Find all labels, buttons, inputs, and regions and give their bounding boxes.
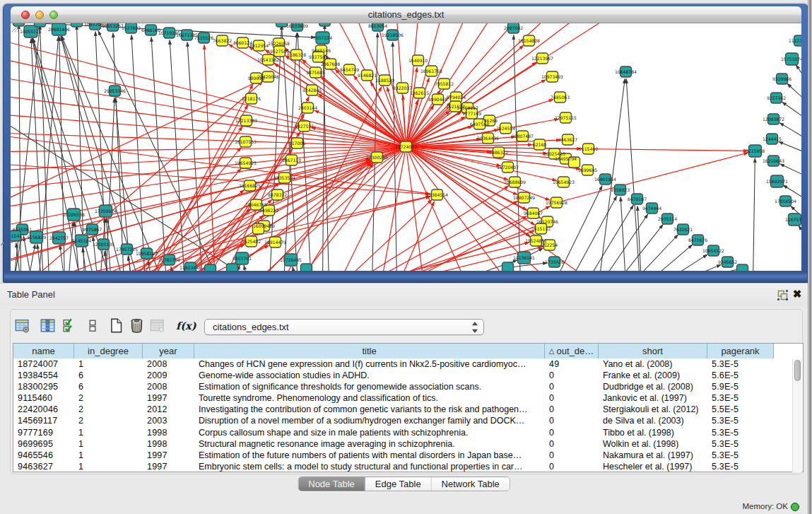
tab-network-table[interactable]: Network Table xyxy=(432,477,510,491)
graph-node[interactable] xyxy=(301,264,312,271)
resize-grip-icon[interactable] xyxy=(11,23,20,33)
node-label: 14569117 xyxy=(457,105,478,110)
float-panel-icon[interactable] xyxy=(777,290,788,300)
citation-edge-black[interactable] xyxy=(753,158,755,271)
table-row[interactable]: 911546021997Tourette syndrome. Phenomeno… xyxy=(13,392,803,404)
graph-node[interactable] xyxy=(35,23,46,27)
citation-edge[interactable] xyxy=(11,147,401,152)
citation-edge-black[interactable] xyxy=(663,255,708,271)
citation-edge-black[interactable] xyxy=(779,123,801,139)
row-height-button[interactable] xyxy=(88,318,97,333)
graph-node[interactable] xyxy=(227,264,238,271)
citation-edge-black[interactable] xyxy=(626,78,640,271)
citation-edge-black[interactable] xyxy=(244,265,249,271)
node-label: 19166825 xyxy=(239,183,261,188)
table-row[interactable]: 1938455462009Genome-wide association stu… xyxy=(13,370,803,381)
column-header-out_degree[interactable]: △out_de… xyxy=(545,344,599,358)
cell-in_degree: 6 xyxy=(74,381,143,392)
node-label: 15720407 xyxy=(497,165,519,170)
node-label: 12093872 xyxy=(763,117,784,122)
table-row[interactable]: 1872400712008Changes of HCN gene express… xyxy=(13,358,803,370)
citation-edge-black[interactable] xyxy=(293,267,297,271)
citation-edge-black[interactable] xyxy=(799,226,801,238)
graph-node[interactable] xyxy=(502,262,514,271)
node-label: 5498222 xyxy=(259,208,278,213)
citation-edge-black[interactable] xyxy=(61,36,140,271)
citation-edge-black[interactable] xyxy=(779,141,801,153)
column-header-short[interactable]: short xyxy=(599,344,707,358)
graph-node[interactable] xyxy=(71,23,83,27)
citation-edge-black[interactable] xyxy=(570,196,617,271)
citation-edge-black[interactable] xyxy=(782,102,801,119)
table-row[interactable]: 977716911998Corpus callosum shape and si… xyxy=(13,427,803,438)
network-window[interactable]: citations_edges.txt 14055721206914061093… xyxy=(3,4,808,283)
node-label: 16210643 xyxy=(763,158,784,163)
node-label: 16107553 xyxy=(235,139,257,144)
table-row[interactable]: 1456911722003Disruption of a novel membe… xyxy=(13,415,803,426)
citation-edge-black[interactable] xyxy=(587,205,634,271)
graph-node[interactable] xyxy=(205,264,216,271)
citation-edge[interactable] xyxy=(11,148,401,243)
citation-edge[interactable] xyxy=(321,77,401,144)
citation-edge[interactable] xyxy=(397,23,406,141)
citation-edge-black[interactable] xyxy=(131,35,145,271)
show-columns-button[interactable] xyxy=(40,318,55,333)
node-label: 6794024 xyxy=(447,95,466,100)
citation-edge[interactable] xyxy=(353,186,510,271)
column-header-pagerank[interactable]: pagerank xyxy=(707,344,774,358)
node-label: 11923448 xyxy=(180,265,201,270)
citation-edge-black[interactable] xyxy=(647,245,693,271)
citation-edge-black[interactable] xyxy=(787,83,801,101)
network-canvas[interactable]: 1405572120691406109370491065326715276026… xyxy=(11,23,801,271)
tab-edge-table[interactable]: Edge Table xyxy=(365,477,432,491)
citation-edge[interactable] xyxy=(411,136,515,146)
scrollbar-thumb[interactable] xyxy=(794,360,801,381)
citation-edge[interactable] xyxy=(11,148,401,207)
close-panel-icon[interactable]: ✖ xyxy=(792,288,803,300)
node-label: 9465546 xyxy=(312,48,331,53)
citation-edge-black[interactable] xyxy=(98,31,220,271)
table-row[interactable]: 2242004622012Investigating the contribut… xyxy=(13,404,803,415)
citation-edge-black[interactable] xyxy=(780,164,801,177)
citation-edge[interactable] xyxy=(562,153,748,201)
citation-edge-black[interactable] xyxy=(796,65,801,81)
delete-table-button[interactable] xyxy=(129,318,144,333)
column-header-year[interactable]: year xyxy=(143,344,194,358)
node-label: 17359924 xyxy=(95,209,117,214)
citation-edge-black[interactable] xyxy=(620,197,625,271)
graph-node[interactable] xyxy=(737,264,748,271)
table-row[interactable]: 946554611997Estimation of the future num… xyxy=(13,450,803,461)
column-header-name[interactable]: name xyxy=(13,344,74,358)
table-row[interactable]: 1830029562008Estimation of significance … xyxy=(13,381,803,392)
node-label: 9777169 xyxy=(462,111,481,116)
table-panel-header: Table Panel ✖ xyxy=(0,283,808,306)
node-label: 15692971 xyxy=(766,179,788,184)
network-window-titlebar[interactable]: citations_edges.txt xyxy=(11,6,801,23)
table-scrollbar[interactable] xyxy=(792,359,802,472)
cell-out_degree: 0 xyxy=(545,381,599,392)
node-label: 7515526 xyxy=(194,35,213,40)
node-label: 9115460 xyxy=(579,146,598,151)
function-builder-button[interactable]: f(x) xyxy=(176,318,194,333)
node-label: 10648784 xyxy=(615,69,637,74)
citation-edge-black[interactable] xyxy=(151,37,166,271)
new-file-button[interactable] xyxy=(109,318,124,333)
table-row[interactable]: 969969511998Structural magnetic resonanc… xyxy=(13,438,803,450)
cell-short: Dudbridge et al. (2008) xyxy=(599,381,707,392)
node-label: 15751074 xyxy=(781,57,801,62)
tab-node-table[interactable]: Node Table xyxy=(298,477,365,491)
node-label: 16120746 xyxy=(536,219,558,224)
column-header-in_degree[interactable]: in_degree xyxy=(74,344,143,358)
column-header-title[interactable]: title xyxy=(194,344,545,358)
node-label: 15495794 xyxy=(555,156,577,161)
table-header-row: namein_degreeyeartitle△out_de…shortpager… xyxy=(13,344,803,358)
select-rows-button[interactable] xyxy=(62,318,76,333)
table-selector-dropdown[interactable]: citations_edges.txt xyxy=(204,319,484,335)
citation-edge[interactable] xyxy=(407,152,424,271)
graph-node[interactable] xyxy=(319,23,331,26)
citation-edge[interactable] xyxy=(343,199,433,271)
table-settings-button[interactable] xyxy=(15,318,30,333)
table-row[interactable]: 946362711997Embryonic stem cells: a mode… xyxy=(13,461,803,472)
cell-name: 14569117 xyxy=(13,415,74,426)
citation-edge-black[interactable] xyxy=(637,206,641,271)
